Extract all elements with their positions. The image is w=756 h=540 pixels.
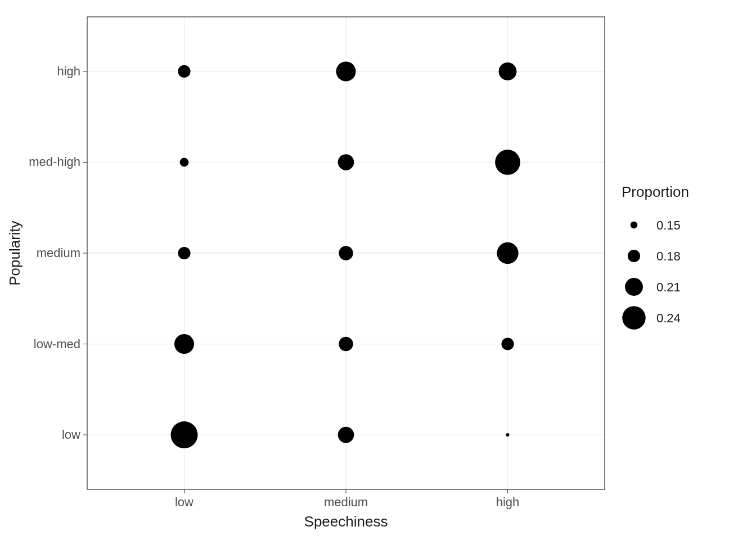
legend-label: 0.18 bbox=[656, 249, 681, 263]
data-point bbox=[174, 334, 194, 354]
data-point bbox=[178, 65, 190, 78]
y-tick-label: low bbox=[62, 428, 80, 442]
x-axis-title: Speechiness bbox=[304, 513, 388, 530]
data-point bbox=[501, 338, 514, 350]
data-point bbox=[180, 158, 189, 167]
y-tick-label: high bbox=[57, 64, 80, 78]
data-point bbox=[338, 427, 354, 443]
chart-svg: lowmediumhighSpeechinesslowlow-medmedium… bbox=[0, 0, 756, 540]
x-tick-label: low bbox=[175, 495, 194, 509]
legend-key bbox=[625, 278, 643, 296]
size-legend: Proportion0.150.180.210.24 bbox=[622, 183, 689, 330]
y-tick-label: medium bbox=[37, 246, 80, 260]
legend-key bbox=[631, 222, 637, 228]
y-axis-title: Popularity bbox=[6, 220, 23, 286]
data-point bbox=[506, 433, 510, 436]
data-point bbox=[499, 62, 517, 80]
data-point bbox=[339, 246, 353, 260]
data-point bbox=[339, 337, 353, 351]
x-axis: lowmediumhigh bbox=[175, 489, 519, 509]
data-point bbox=[497, 242, 518, 264]
chart-container: lowmediumhighSpeechinesslowlow-medmedium… bbox=[0, 0, 756, 540]
legend-key bbox=[622, 306, 646, 330]
data-point bbox=[171, 421, 198, 448]
legend-key bbox=[628, 250, 640, 262]
legend-label: 0.15 bbox=[656, 218, 681, 232]
legend-label: 0.21 bbox=[656, 280, 681, 294]
data-point bbox=[178, 247, 190, 259]
y-axis: lowlow-medmediummed-highhigh bbox=[29, 64, 87, 442]
data-point bbox=[336, 61, 356, 81]
x-tick-label: high bbox=[496, 495, 520, 509]
y-tick-label: low-med bbox=[34, 337, 80, 351]
legend-label: 0.24 bbox=[656, 311, 681, 325]
x-tick-label: medium bbox=[324, 495, 368, 509]
legend-title: Proportion bbox=[622, 183, 689, 200]
data-points bbox=[171, 61, 520, 448]
data-point bbox=[495, 150, 520, 175]
data-point bbox=[338, 154, 354, 170]
y-tick-label: med-high bbox=[29, 155, 80, 169]
